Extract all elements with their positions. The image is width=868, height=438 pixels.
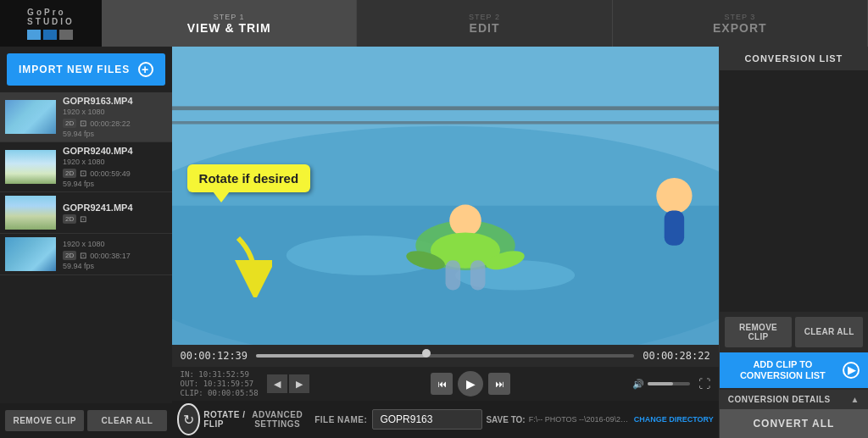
conversion-list-header: CONVERSION LIST <box>720 47 868 70</box>
timeline-progress <box>256 354 426 358</box>
header: GoPro STUDIO STEP 1 VIEW & TRIM STEP 2 E… <box>0 0 868 47</box>
in-out-info: IN: 10:31:52:59 OUT: 10:31:59:57 CLIP: 0… <box>181 370 259 397</box>
step-back-button[interactable]: ⏮ <box>431 373 453 395</box>
monitor-icon: ⊡ <box>80 119 86 128</box>
end-time-display: 00:00:28:22 <box>643 350 709 362</box>
play-button[interactable]: ▶ <box>458 371 483 396</box>
next-frame-button[interactable]: ▶ <box>289 374 309 393</box>
monitor-icon: ⊡ <box>80 169 86 178</box>
conversion-list-body <box>720 70 868 312</box>
right-btn-row: REMOVE CLIP CLEAR ALL <box>720 312 868 352</box>
remove-clip-button-right[interactable]: REMOVE CLIP <box>725 317 793 347</box>
file-name-input[interactable] <box>372 409 482 430</box>
video-area: Rotate if desired <box>172 47 719 345</box>
step-3-tab[interactable]: STEP 3 EXPORT <box>613 0 868 47</box>
advanced-settings-button[interactable]: ADVANCED SETTINGS <box>252 410 303 429</box>
nav-arrows: ◀ ▶ <box>267 374 309 393</box>
timeline-track-area[interactable] <box>256 352 634 359</box>
left-bottom-buttons: REMOVE CLIP CLEAR ALL <box>0 403 172 438</box>
2d-badge: 2D <box>63 251 76 260</box>
logo-brand: GoPro STUDIO <box>27 8 75 26</box>
rotate-flip-label: ROTATE / FLIP <box>203 410 248 429</box>
bottom-controls: ↻ ROTATE / FLIP ADVANCED SETTINGS FILE N… <box>172 401 719 438</box>
list-item[interactable]: GOPR9240.MP4 1920 x 1080 2D ⊡ 00:00:59:4… <box>0 142 172 192</box>
svg-rect-12 <box>445 260 460 290</box>
conversion-details-label: CONVERSION DETAILS <box>728 395 831 404</box>
current-time-display: 00:00:12:39 <box>181 350 248 362</box>
plus-circle-icon: + <box>138 62 153 77</box>
list-item[interactable]: GOPR9241.MP4 2D ⊡ <box>0 192 172 234</box>
clear-all-button-left[interactable]: CLEAR ALL <box>87 410 166 431</box>
monitor-icon: ⊡ <box>80 214 86 224</box>
step-2-num: STEP 2 <box>469 13 500 21</box>
rotate-flip-button[interactable]: ↻ <box>177 403 201 435</box>
clear-all-button-right[interactable]: CLEAR ALL <box>795 317 863 347</box>
file-resolution: 1920 x 1080 <box>63 158 167 166</box>
video-player[interactable]: Rotate if desired <box>172 47 719 345</box>
chevron-down-icon[interactable]: ▲ <box>851 395 860 404</box>
timeline-handle[interactable] <box>422 349 431 358</box>
tooltip-bubble: Rotate if desired <box>187 164 311 192</box>
left-panel: IMPORT NEW FILES + GOPR9163.MP4 1920 x 1… <box>0 47 172 438</box>
2d-badge: 2D <box>63 169 76 178</box>
import-new-files-button[interactable]: IMPORT NEW FILES + <box>7 53 165 86</box>
in-point: IN: 10:31:52:59 <box>181 370 259 379</box>
file-name-label: FILE NAME: <box>314 415 367 424</box>
file-fps: 59.94 fps <box>63 180 167 188</box>
add-clip-arrow-icon: ▶ <box>843 362 860 379</box>
2d-badge: 2D <box>63 119 76 128</box>
save-to-area: SAVE TO: F:\-- PHOTOS --\2016-09\2016-..… <box>486 415 713 424</box>
file-info: GOPR9241.MP4 2D ⊡ <box>63 202 167 224</box>
step-2-label: EDIT <box>470 21 500 35</box>
step-1-label: VIEW & TRIM <box>187 21 271 35</box>
remove-clip-button-left[interactable]: REMOVE CLIP <box>5 410 84 431</box>
timeline-controls: 00:00:12:39 00:00:28:22 <box>172 345 719 367</box>
tooltip-arrow <box>204 230 272 301</box>
step-3-label: EXPORT <box>713 21 767 35</box>
conversion-details-bar: CONVERSION DETAILS ▲ <box>720 390 868 409</box>
svg-point-8 <box>449 205 481 237</box>
file-fps: 59.94 fps <box>63 262 167 270</box>
steps-area: STEP 1 VIEW & TRIM STEP 2 EDIT STEP 3 EX… <box>102 0 868 47</box>
file-thumbnail <box>5 237 56 271</box>
file-duration: 00:00:59:49 <box>90 169 131 178</box>
logo-square-1 <box>27 30 41 40</box>
step-1-tab[interactable]: STEP 1 VIEW & TRIM <box>102 0 357 47</box>
list-item[interactable]: GOPR9163.MP4 1920 x 1080 2D ⊡ 00:00:28:2… <box>0 92 172 142</box>
file-icons: 2D ⊡ 00:00:38:17 <box>63 250 167 260</box>
file-name-label: GOPR9241.MP4 <box>63 202 167 213</box>
volume-icon: 🔊 <box>632 379 644 390</box>
monitor-icon: ⊡ <box>80 251 86 260</box>
logo-square-3 <box>59 30 73 40</box>
file-info: 1920 x 1080 2D ⊡ 00:00:38:17 59.94 fps <box>63 238 167 270</box>
add-clip-to-conversion-button[interactable]: ADD CLIP TO CONVERSION LIST ▶ <box>720 352 868 388</box>
playback-controls-wrapper: ⏮ ▶ ⏭ <box>318 371 624 396</box>
file-name-label: GOPR9240.MP4 <box>63 146 167 156</box>
volume-fill <box>648 382 673 385</box>
svg-rect-5 <box>172 106 719 110</box>
file-icons: 2D ⊡ 00:00:28:22 <box>63 118 167 128</box>
list-item[interactable]: 1920 x 1080 2D ⊡ 00:00:38:17 59.94 fps <box>0 234 172 275</box>
file-fps: 59.94 fps <box>63 130 167 138</box>
step-forward-button[interactable]: ⏭ <box>488 373 510 395</box>
svg-rect-13 <box>470 260 485 290</box>
file-thumbnail <box>5 100 56 134</box>
file-resolution: 1920 x 1080 <box>63 240 167 248</box>
file-list: GOPR9163.MP4 1920 x 1080 2D ⊡ 00:00:28:2… <box>0 92 172 403</box>
fullscreen-button[interactable]: ⛶ <box>698 377 710 391</box>
clip-duration: CLIP: 00:00:05:58 <box>181 389 259 397</box>
in-out-bar: IN: 10:31:52:59 OUT: 10:31:59:57 CLIP: 0… <box>172 367 719 401</box>
rotate-area: ↻ ROTATE / FLIP <box>177 403 249 435</box>
step-2-tab[interactable]: STEP 2 EDIT <box>357 0 612 47</box>
step-1-num: STEP 1 <box>214 13 245 21</box>
logo-area: GoPro STUDIO <box>0 0 102 47</box>
prev-frame-button[interactable]: ◀ <box>267 374 287 393</box>
center-panel: Rotate if desired 00:00:12: <box>172 47 719 438</box>
file-info: GOPR9240.MP4 1920 x 1080 2D ⊡ 00:00:59:4… <box>63 146 167 188</box>
svg-rect-6 <box>172 121 719 125</box>
volume-bar[interactable] <box>648 382 690 385</box>
convert-all-button[interactable]: CONVERT ALL <box>720 409 868 438</box>
timeline-track[interactable] <box>256 354 634 358</box>
save-to-label: SAVE TO: <box>486 415 525 424</box>
change-directory-button[interactable]: CHANGE DIRECTORY <box>634 415 714 424</box>
